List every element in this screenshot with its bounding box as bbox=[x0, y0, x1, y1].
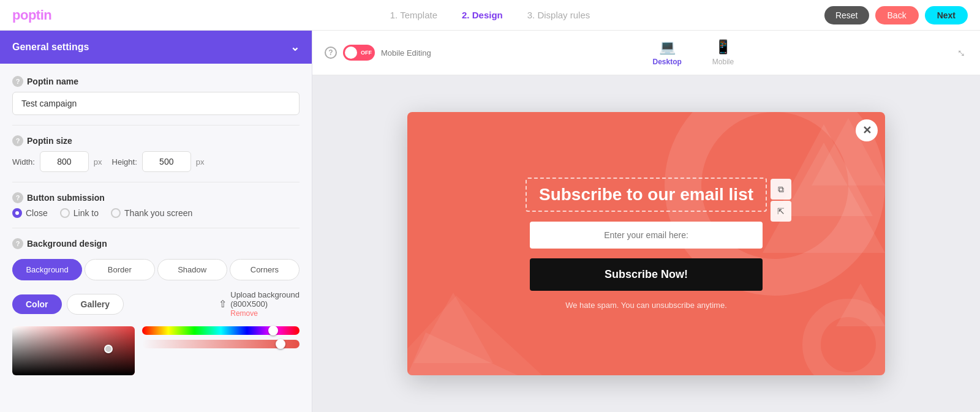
svg-point-6 bbox=[812, 308, 885, 375]
svg-marker-5 bbox=[836, 283, 885, 326]
next-button[interactable]: Next bbox=[925, 6, 968, 24]
popup-title: Subscribe to our email list bbox=[539, 185, 753, 204]
poptin-size-label: ? Poptin size bbox=[12, 135, 300, 146]
button-submission-help-icon[interactable]: ? bbox=[12, 192, 23, 203]
background-design-label: ? Background design bbox=[12, 238, 300, 249]
gradient-thumb[interactable] bbox=[104, 345, 113, 353]
hue-sliders bbox=[142, 326, 300, 348]
expand-icon[interactable]: ↔ bbox=[952, 43, 971, 62]
gallery-toggle[interactable]: Gallery bbox=[67, 294, 124, 315]
mobile-label: Mobile bbox=[712, 58, 734, 66]
width-group: Width: px bbox=[12, 151, 102, 172]
tab-shadow[interactable]: Shadow bbox=[157, 259, 227, 280]
divider-2 bbox=[12, 182, 300, 182]
step-1: 1. Template bbox=[390, 10, 437, 20]
mobile-toggle[interactable] bbox=[343, 45, 375, 61]
height-input[interactable] bbox=[142, 151, 191, 172]
color-gradient[interactable] bbox=[12, 326, 135, 375]
radio-thank-you-dot bbox=[111, 208, 121, 218]
general-settings-body: ? Poptin name ? Poptin size Width: px He… bbox=[0, 64, 312, 388]
navbar-actions: Reset Back Next bbox=[824, 6, 968, 24]
mobile-btn[interactable]: 📱 Mobile bbox=[706, 37, 740, 69]
button-submission-label: ? Button submission bbox=[12, 192, 300, 203]
color-toggle[interactable]: Color bbox=[12, 294, 62, 314]
popup-spam-text: We hate spam. You can unsubscribe anytim… bbox=[565, 301, 727, 310]
mobile-help-icon[interactable]: ? bbox=[325, 47, 337, 59]
width-input[interactable] bbox=[40, 151, 89, 172]
step-2: 2. Design bbox=[462, 10, 503, 20]
tab-border[interactable]: Border bbox=[85, 259, 154, 280]
upload-icon: ⇧ bbox=[219, 298, 227, 310]
width-px: px bbox=[94, 157, 102, 167]
color-picker-area bbox=[12, 326, 300, 375]
right-panel: ? Mobile Editing 💻 Desktop 📱 Mobile ↔ bbox=[312, 31, 980, 412]
chevron-down-icon: ⌄ bbox=[290, 40, 300, 54]
submission-radio-group: Close Link to Thank you screen bbox=[12, 208, 300, 218]
height-label: Height: bbox=[112, 157, 137, 167]
copy-icon[interactable]: ⧉ bbox=[771, 179, 791, 200]
preview-canvas: ✕ Subscribe to our email list ⧉ ⇱ Subscr… bbox=[312, 75, 980, 412]
radio-close-dot bbox=[12, 208, 22, 218]
size-row: Width: px Height: px bbox=[12, 151, 300, 172]
divider-3 bbox=[12, 228, 300, 228]
desktop-icon: 💻 bbox=[659, 39, 676, 55]
radio-thank-you[interactable]: Thank you screen bbox=[111, 208, 192, 218]
background-design-help-icon[interactable]: ? bbox=[12, 238, 23, 249]
height-px: px bbox=[196, 157, 205, 167]
navbar: poptin 1. Template 2. Design 3. Display … bbox=[0, 0, 980, 31]
upload-background-btn[interactable]: ⇧ Upload background (800X500) Remove bbox=[219, 290, 300, 318]
back-button[interactable]: Back bbox=[875, 6, 919, 24]
divider-1 bbox=[12, 125, 300, 125]
desktop-label: Desktop bbox=[652, 58, 681, 66]
left-panel: General settings ⌄ ? Poptin name ? Popti… bbox=[0, 31, 312, 412]
poptin-name-label: ? Poptin name bbox=[12, 76, 300, 87]
resize-icon[interactable]: ⇱ bbox=[771, 201, 791, 222]
popup-close-button[interactable]: ✕ bbox=[856, 119, 878, 141]
radio-link-to[interactable]: Link to bbox=[60, 208, 99, 218]
preview-toolbar: ? Mobile Editing 💻 Desktop 📱 Mobile ↔ bbox=[312, 31, 980, 75]
steps: 1. Template 2. Design 3. Display rules bbox=[390, 10, 590, 20]
svg-marker-3 bbox=[407, 332, 518, 375]
radio-close[interactable]: Close bbox=[12, 208, 48, 218]
main-layout: General settings ⌄ ? Poptin name ? Popti… bbox=[0, 31, 980, 412]
poptin-name-input[interactable] bbox=[12, 92, 300, 115]
popup-submit-button[interactable]: Subscribe Now! bbox=[530, 258, 763, 291]
alpha-thumb[interactable] bbox=[276, 339, 285, 349]
tab-corners[interactable]: Corners bbox=[230, 259, 300, 280]
width-label: Width: bbox=[12, 157, 35, 167]
logo-text: poptin bbox=[12, 7, 51, 23]
mobile-edit-group: ? Mobile Editing bbox=[325, 45, 431, 61]
hue-bar[interactable] bbox=[142, 326, 300, 335]
remove-link[interactable]: Remove bbox=[230, 309, 258, 318]
poptin-name-help-icon[interactable]: ? bbox=[12, 76, 23, 87]
hue-thumb[interactable] bbox=[268, 326, 278, 335]
tab-background[interactable]: Background bbox=[12, 259, 82, 280]
general-settings-title: General settings bbox=[12, 42, 89, 53]
logo: poptin bbox=[12, 7, 51, 23]
reset-button[interactable]: Reset bbox=[824, 6, 869, 24]
mobile-icon: 📱 bbox=[715, 39, 731, 55]
upload-label: Upload background (800X500) Remove bbox=[230, 290, 300, 318]
desktop-btn[interactable]: 💻 Desktop bbox=[646, 37, 687, 69]
popup-title-actions: ⧉ ⇱ bbox=[771, 179, 791, 222]
general-settings-header[interactable]: General settings ⌄ bbox=[0, 31, 312, 64]
svg-marker-4 bbox=[407, 296, 542, 375]
color-gallery-row: Color Gallery ⇧ Upload background (800X5… bbox=[12, 290, 300, 318]
bg-tabs: Background Border Shadow Corners bbox=[12, 259, 300, 280]
poptin-size-help-icon[interactable]: ? bbox=[12, 135, 23, 146]
device-group: 💻 Desktop 📱 Mobile bbox=[646, 37, 740, 69]
alpha-bar[interactable] bbox=[142, 340, 300, 348]
popup-email-input[interactable] bbox=[530, 222, 763, 249]
radio-link-dot bbox=[60, 208, 70, 218]
step-3: 3. Display rules bbox=[527, 10, 590, 20]
mobile-edit-label: Mobile Editing bbox=[381, 48, 431, 58]
popup-title-wrapper: Subscribe to our email list ⧉ ⇱ bbox=[526, 178, 767, 212]
popup-preview: ✕ Subscribe to our email list ⧉ ⇱ Subscr… bbox=[407, 112, 885, 375]
height-group: Height: px bbox=[112, 151, 205, 172]
